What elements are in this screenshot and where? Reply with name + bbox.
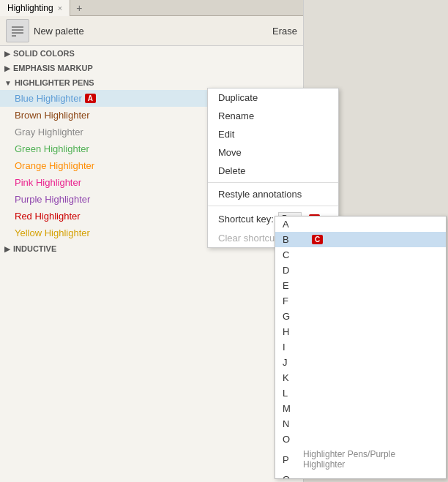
svg-rect-2 — [12, 32, 23, 34]
tab-add-button[interactable]: + — [70, 1, 88, 15]
shortcut-key-j[interactable]: J — [275, 355, 446, 370]
gray-highlighter-label: Gray Highlighter — [15, 127, 83, 138]
menu-divider-1 — [208, 182, 338, 183]
new-palette-button[interactable]: New palette — [34, 26, 84, 37]
shortcut-key-c[interactable]: C — [275, 247, 446, 263]
shortcut-key-d[interactable]: D — [275, 263, 446, 278]
menu-divider-2 — [208, 206, 338, 206]
menu-item-delete[interactable]: Delete — [208, 162, 338, 180]
arrow-icon: ▼ — [4, 79, 12, 87]
tab-close-button[interactable]: × — [58, 4, 62, 12]
svg-rect-3 — [12, 35, 16, 37]
annotation-c: C — [312, 235, 323, 244]
shortcut-key-list[interactable]: A B C C D E F G H I J K L — [275, 216, 447, 479]
toolbar: New palette Erase — [0, 16, 303, 46]
shortcut-key-l[interactable]: L — [275, 385, 446, 401]
shortcut-key-i[interactable]: I — [275, 339, 446, 355]
arrow-icon: ▶ — [4, 245, 10, 253]
shortcut-key-h[interactable]: H — [275, 324, 446, 339]
menu-item-edit[interactable]: Edit — [208, 125, 338, 143]
menu-item-duplicate[interactable]: Duplicate — [208, 89, 338, 107]
shortcut-key-n[interactable]: N — [275, 416, 446, 432]
shortcut-key-e[interactable]: E — [275, 278, 446, 293]
section-solid-colors[interactable]: ▶ SOLID COLORS — [0, 46, 303, 61]
shortcut-key-q[interactable]: Q — [275, 472, 446, 479]
shortcut-key-m[interactable]: M — [275, 401, 446, 416]
annotation-a: A — [85, 94, 96, 103]
pink-highlighter-label: Pink Highlighter — [15, 177, 81, 188]
arrow-icon: ▶ — [4, 50, 10, 58]
shortcut-key-b[interactable]: B C — [275, 232, 446, 247]
menu-item-restyle[interactable]: Restyle annotations — [208, 185, 338, 203]
blue-highlighter-label: Blue Highlighter — [15, 93, 82, 104]
shortcut-key-label: Shortcut key: — [218, 214, 274, 225]
red-highlighter-label: Red Highlighter — [15, 211, 81, 222]
svg-rect-1 — [12, 29, 23, 31]
shortcut-key-g[interactable]: G — [275, 309, 446, 324]
arrow-icon: ▶ — [4, 64, 10, 72]
menu-item-rename[interactable]: Rename — [208, 107, 338, 125]
shortcut-key-a[interactable]: A — [275, 216, 446, 232]
section-emphasis-markup[interactable]: ▶ EMPHASIS MARKUP — [0, 61, 303, 75]
toolbar-left: New palette — [6, 19, 84, 42]
svg-rect-0 — [12, 26, 23, 28]
section-emphasis-markup-label: EMPHASIS MARKUP — [13, 64, 93, 72]
shortcut-key-k[interactable]: K — [275, 370, 446, 385]
menu-item-move[interactable]: Move — [208, 143, 338, 162]
green-highlighter-label: Green Highlighter — [15, 143, 89, 154]
section-solid-colors-label: SOLID COLORS — [13, 49, 75, 58]
brown-highlighter-label: Brown Highlighter — [15, 110, 90, 121]
yellow-highlighter-label: Yellow Highlighter — [15, 227, 90, 238]
shortcut-key-f[interactable]: F — [275, 293, 446, 309]
tab-label: Highlighting — [7, 3, 53, 13]
section-inductive-label: INDUCTIVE — [13, 244, 56, 253]
section-highlighter-pens-label: HIGHLIGHTER PENS — [15, 78, 94, 87]
tab-highlighting[interactable]: Highlighting × — [0, 0, 70, 16]
shortcut-key-p[interactable]: P Highlighter Pens/Purple Highlighter — [275, 447, 446, 472]
tab-bar: Highlighting × + — [0, 0, 303, 16]
orange-highlighter-label: Orange Highlighter — [15, 160, 94, 171]
palette-icon — [6, 19, 29, 42]
purple-highlighter-label: Purple Highlighter — [15, 194, 90, 205]
erase-button[interactable]: Erase — [272, 26, 297, 37]
shortcut-key-o[interactable]: O — [275, 432, 446, 447]
